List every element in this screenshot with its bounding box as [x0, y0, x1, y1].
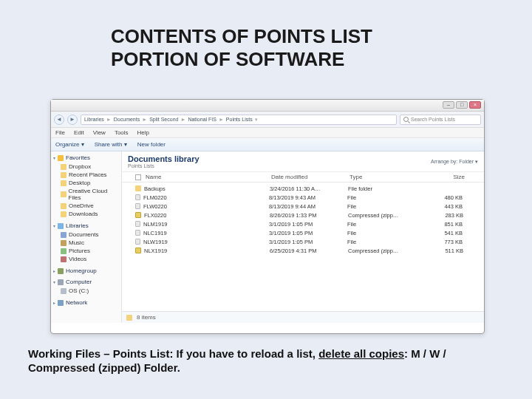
- library-header: Documents library Points Lists Arrange b…: [122, 151, 484, 172]
- minimize-button[interactable]: –: [443, 101, 454, 109]
- nav-item-drive-c[interactable]: OS (C:): [53, 287, 119, 295]
- caption-underline: delete all copies: [318, 347, 404, 360]
- menu-view[interactable]: View: [93, 129, 106, 136]
- crumb[interactable]: Points Lists: [226, 117, 253, 122]
- col-size[interactable]: Size: [423, 174, 465, 180]
- menu-file[interactable]: File: [55, 129, 65, 136]
- title-line2: PORTION OF SOFTWARE: [111, 48, 532, 71]
- file-list: Backups3/24/2016 11:30 A…File folderFLM0…: [122, 183, 484, 255]
- nav-item-downloads[interactable]: Downloads: [53, 210, 119, 218]
- folder-icon: [61, 203, 66, 209]
- nav-item-onedrive[interactable]: OneDrive: [53, 202, 119, 210]
- nav-item-desktop[interactable]: Desktop: [53, 179, 119, 187]
- window-controls: – □ ×: [443, 101, 481, 109]
- file-type: File: [347, 203, 421, 210]
- drive-icon: [61, 288, 66, 294]
- column-headers: Name Date modified Type Size: [122, 172, 484, 183]
- organize-button[interactable]: Organize ▾: [55, 141, 84, 148]
- file-row[interactable]: NLM19193/1/2019 1:05 PMFile851 KB: [122, 219, 484, 228]
- videos-icon: [61, 256, 66, 262]
- file-name: FLM0220: [143, 194, 269, 201]
- nav-homegroup[interactable]: ▸Homegroup: [53, 267, 119, 274]
- file-type: File folder: [348, 185, 422, 192]
- menu-bar: File Edit View Tools Help: [51, 128, 484, 138]
- breadcrumb[interactable]: Libraries► Documents► Split Second► Nati…: [81, 115, 397, 125]
- folder-icon: [61, 172, 66, 178]
- file-row[interactable]: NLC19193/1/2019 1:05 PMFile541 KB: [122, 228, 484, 237]
- nav-computer[interactable]: ▾Computer: [53, 279, 119, 285]
- file-size: 511 KB: [422, 248, 463, 254]
- file-type: File: [347, 194, 421, 201]
- menu-tools[interactable]: Tools: [115, 129, 129, 136]
- file-icon: [135, 194, 140, 200]
- folder-icon: [126, 315, 132, 321]
- nav-item-dropbox[interactable]: Dropbox: [53, 163, 119, 171]
- file-row[interactable]: FLM02208/13/2019 9:43 AMFile480 KB: [122, 193, 484, 202]
- file-date: 3/1/2019 1:05 PM: [269, 230, 347, 236]
- item-count: 8 items: [137, 314, 156, 321]
- zip-icon: [135, 248, 141, 253]
- file-row[interactable]: Backups3/24/2016 11:30 A…File folder: [122, 184, 484, 193]
- search-placeholder: Search Points Lists: [411, 117, 455, 122]
- computer-icon: [58, 279, 64, 285]
- crumb[interactable]: Split Second: [149, 117, 178, 122]
- file-size: 851 KB: [421, 221, 463, 228]
- file-name: NLW1919: [143, 239, 269, 245]
- forward-button[interactable]: ►: [67, 115, 78, 125]
- file-type: File: [347, 239, 421, 245]
- col-type[interactable]: Type: [349, 174, 423, 180]
- nav-favorites[interactable]: ▾Favorites: [53, 154, 119, 161]
- file-row[interactable]: FLW02208/13/2019 9:44 AMFile443 KB: [122, 202, 484, 211]
- crumb[interactable]: Documents: [114, 117, 140, 122]
- back-button[interactable]: ◄: [54, 115, 64, 125]
- nav-item-videos[interactable]: Videos: [53, 255, 119, 263]
- file-type: Compressed (zipp…: [348, 248, 422, 254]
- file-date: 8/26/2019 1:33 PM: [270, 212, 348, 219]
- nav-item-pictures[interactable]: Pictures: [53, 247, 119, 255]
- file-size: 480 KB: [421, 194, 463, 201]
- network-icon: [58, 300, 64, 306]
- navigation-pane: ▾Favorites Dropbox Recent Places Desktop…: [51, 151, 122, 323]
- file-name: NLM1919: [143, 221, 269, 228]
- caption: Working Files – Points List: If you have…: [28, 347, 501, 375]
- file-name: NLC1919: [143, 230, 269, 236]
- col-date[interactable]: Date modified: [271, 174, 349, 180]
- file-date: 6/25/2019 4:31 PM: [270, 248, 348, 254]
- file-type: File: [347, 221, 421, 228]
- select-all-checkbox[interactable]: [135, 174, 141, 180]
- nav-item-recent[interactable]: Recent Places: [53, 171, 119, 179]
- crumb[interactable]: Libraries: [84, 117, 104, 122]
- file-row[interactable]: FLX02208/26/2019 1:33 PMCompressed (zipp…: [122, 211, 484, 219]
- nav-item-documents[interactable]: Documents: [53, 231, 119, 239]
- menu-edit[interactable]: Edit: [74, 129, 84, 136]
- title-line1: CONTENTS OF POINTS LIST: [111, 25, 532, 48]
- new-folder-button[interactable]: New folder: [137, 141, 166, 148]
- crumb[interactable]: National FIS: [188, 117, 216, 122]
- col-name[interactable]: Name: [146, 174, 271, 180]
- homegroup-icon: [58, 268, 64, 274]
- nav-item-cc[interactable]: Creative Cloud Files: [53, 187, 119, 202]
- file-icon: [135, 239, 140, 245]
- nav-network[interactable]: ▸Network: [53, 299, 119, 306]
- nav-libraries[interactable]: ▾Libraries: [53, 222, 119, 229]
- caption-lead: Working Files – Points List:: [28, 347, 173, 360]
- share-button[interactable]: Share with ▾: [95, 141, 127, 148]
- menu-help[interactable]: Help: [137, 129, 149, 136]
- file-name: FLW0220: [143, 203, 269, 210]
- titlebar: – □ ×: [51, 100, 484, 112]
- file-size: 443 KB: [421, 203, 463, 210]
- arrange-by[interactable]: Arrange by: Folder ▾: [431, 159, 478, 165]
- documents-icon: [61, 232, 66, 238]
- library-icon: [58, 223, 64, 229]
- search-input[interactable]: Search Points Lists: [400, 115, 481, 125]
- pictures-icon: [61, 248, 66, 254]
- file-row[interactable]: NLW19193/1/2019 1:05 PMFile773 KB: [122, 237, 484, 246]
- file-icon: [135, 221, 140, 227]
- file-size: 773 KB: [421, 239, 463, 245]
- file-name: NLX1919: [144, 248, 270, 254]
- close-button[interactable]: ×: [469, 101, 481, 109]
- file-row[interactable]: NLX19196/25/2019 4:31 PMCompressed (zipp…: [122, 246, 484, 255]
- maximize-button[interactable]: □: [456, 101, 468, 109]
- nav-item-music[interactable]: Music: [53, 239, 119, 247]
- content-pane: Documents library Points Lists Arrange b…: [122, 151, 484, 323]
